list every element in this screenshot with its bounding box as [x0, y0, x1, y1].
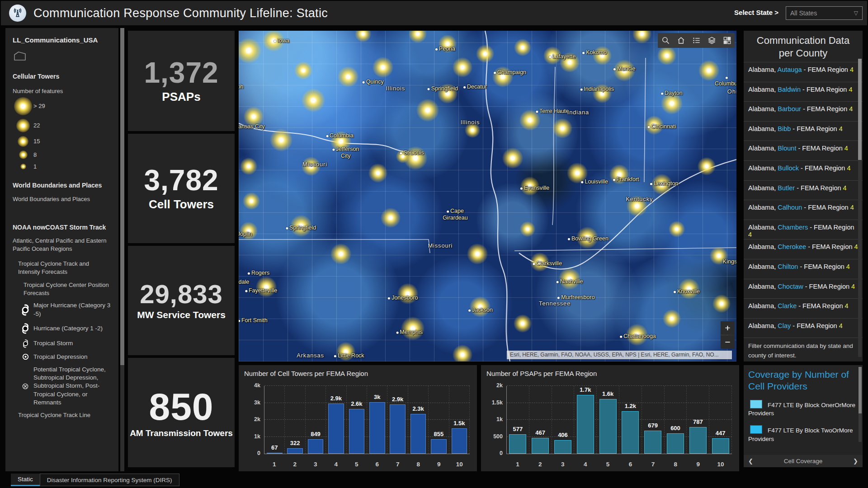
tower-glow-dot-icon	[19, 150, 28, 159]
city-label: Louisville	[581, 178, 608, 185]
county-data-panel: Communication Data per County Alabama, A…	[744, 31, 863, 361]
state-dropdown[interactable]: All States ▽	[786, 6, 863, 20]
track-line-label: Tropical Cyclone Track Line	[18, 411, 112, 419]
stat-panel: 29,833MW Service Towers	[128, 246, 235, 355]
county-row[interactable]: Alabama, Barbour - FEMA Region 4	[744, 102, 863, 122]
tower-glow-dot-icon	[16, 119, 30, 132]
fema-region-text: - FEMA Region	[806, 243, 854, 250]
storm-legend-item: Major Hurricane (Category 3 -5)	[17, 301, 112, 318]
layer-group-title: LL_Communications_USA	[13, 36, 112, 44]
coverage-panel: Coverage by Number of Cell Providers F47…	[744, 365, 863, 467]
county-list-scrollbar[interactable]	[858, 59, 862, 357]
bar[interactable]	[554, 440, 571, 454]
fema-region-text: - FEMA Region	[801, 105, 849, 113]
bar[interactable]	[452, 428, 467, 454]
search-icon[interactable]	[660, 35, 671, 47]
fema-region-number: 4	[839, 125, 843, 132]
county-row[interactable]: Alabama, Butler - FEMA Region 4	[744, 181, 863, 201]
bar[interactable]	[308, 439, 324, 454]
cellular-size-label: 1	[33, 163, 37, 170]
county-list: Alabama, Autauga - FEMA Region 4Alabama,…	[744, 62, 863, 338]
bar[interactable]	[599, 399, 617, 454]
bar-value-label: 2.9k	[386, 396, 410, 403]
coverage-scrollbar[interactable]	[859, 367, 862, 442]
bar-slot: 2.9k	[326, 386, 346, 454]
county-state-text: Alabama,	[748, 283, 778, 290]
sidebar-scrollbar[interactable]	[120, 28, 124, 471]
bar[interactable]	[328, 404, 344, 454]
next-arrow-icon[interactable]: ❯	[853, 458, 858, 465]
bar[interactable]	[267, 453, 283, 454]
bar[interactable]	[577, 395, 594, 454]
bar[interactable]	[390, 404, 406, 454]
city-dot-icon	[435, 48, 438, 51]
zoom-in-button[interactable]: +	[721, 321, 735, 335]
cellular-towers-title: Cellular Towers	[13, 73, 112, 80]
bar-value-label: 2.3k	[406, 405, 430, 412]
bar[interactable]	[689, 427, 707, 454]
city-dot-icon	[613, 179, 615, 181]
cellular-size-label: 8	[33, 151, 37, 158]
city-label: Knoxville	[674, 288, 700, 295]
county-row[interactable]: Alabama, Chilton - FEMA Region 4	[744, 259, 863, 279]
cell-tower-glow	[467, 244, 488, 264]
zoom-out-button[interactable]: −	[721, 335, 735, 349]
storm-legend-label: Potential Tropical Cyclone, Subtropical …	[33, 366, 112, 407]
fema-region-text: - FEMA Region	[796, 145, 844, 152]
bar[interactable]	[532, 438, 549, 454]
bar[interactable]	[369, 402, 385, 454]
county-row[interactable]: Alabama, Blount - FEMA Region 4	[744, 141, 863, 161]
cell-tower-glow	[239, 38, 261, 63]
bar[interactable]	[712, 438, 729, 454]
county-state-text: Alabama,	[748, 322, 778, 329]
cell-tower-glow	[632, 31, 651, 43]
fema-region-number: 4	[849, 86, 852, 93]
previous-arrow-icon[interactable]: ❮	[748, 458, 753, 465]
state-dropdown-value: All States	[790, 9, 817, 17]
bar[interactable]	[410, 414, 426, 454]
county-row[interactable]: Alabama, Bibb - FEMA Region 4	[744, 122, 863, 141]
y-tick-label: 1k	[496, 416, 503, 422]
county-row[interactable]: Alabama, Clarke - FEMA Region 4	[744, 299, 863, 319]
map[interactable]: IowaPeoriaKokomoLafayetteMuncieChampaign…	[239, 31, 736, 361]
fema-region-number: 4	[844, 145, 848, 152]
tower-glow-dot-icon	[14, 97, 32, 115]
home-icon[interactable]	[675, 35, 687, 47]
bar[interactable]	[644, 431, 661, 454]
city-label: Lafayette	[549, 53, 576, 60]
x-tick-label: 4	[326, 461, 347, 468]
fema-region-number: 4	[849, 105, 853, 113]
cell-tower-glow	[502, 148, 523, 169]
county-row[interactable]: Alabama, Autauga - FEMA Region 4	[744, 62, 863, 82]
bar[interactable]	[509, 434, 526, 454]
county-state-text: Alabama,	[748, 302, 778, 310]
county-row[interactable]: Alabama, Baldwin - FEMA Region 4	[744, 82, 863, 102]
city-dot-icon	[326, 135, 328, 137]
county-row[interactable]: Alabama, Bullock - FEMA Region 4	[744, 161, 863, 181]
bar[interactable]	[667, 433, 684, 454]
legend-icon[interactable]	[690, 35, 702, 47]
bar[interactable]	[349, 409, 365, 454]
city-label: Fort Smith	[239, 317, 268, 324]
county-row[interactable]: Alabama, Choctaw - FEMA Region 4	[744, 279, 863, 299]
county-row[interactable]: Alabama, Clay - FEMA Region 4	[744, 319, 863, 338]
county-row[interactable]: Alabama, Calhoun - FEMA Region 4	[744, 200, 863, 220]
tab-disaster-information-reporting-system-dirs[interactable]: Disaster Information Reporting System (D…	[40, 474, 179, 486]
stat-label: MW Service Towers	[137, 310, 226, 320]
layers-icon[interactable]	[706, 35, 717, 47]
bar[interactable]	[287, 448, 303, 454]
cell-tower-glow	[330, 244, 351, 264]
city-dot-icon	[334, 355, 336, 357]
tab-static[interactable]: Static	[11, 474, 40, 486]
bar-slot: 2.6k	[347, 386, 367, 454]
county-row[interactable]: Alabama, Chambers - FEMA Region 4	[744, 220, 863, 240]
bar-slot: 600	[665, 386, 687, 454]
basemap-icon[interactable]	[721, 35, 733, 47]
city-label: St Louis	[400, 150, 424, 156]
bar-value-label: 322	[283, 440, 307, 446]
bar[interactable]	[431, 439, 447, 454]
cell-tower-glow	[657, 46, 676, 65]
county-name-text: Barbour	[778, 105, 801, 113]
county-row[interactable]: Alabama, Cherokee - FEMA Region 4	[744, 239, 863, 259]
bar[interactable]	[622, 411, 639, 454]
